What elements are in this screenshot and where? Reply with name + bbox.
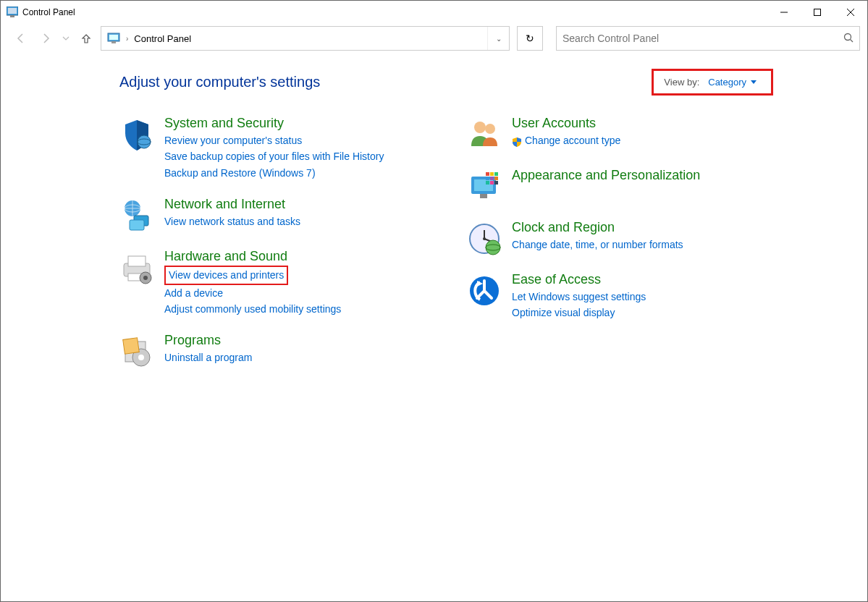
window-title: Control Panel (22, 7, 75, 17)
svg-rect-35 (486, 177, 489, 180)
uac-shield-icon (512, 135, 522, 145)
svg-point-22 (143, 276, 148, 280)
search-icon (843, 33, 854, 45)
category-link[interactable]: Adjust commonly used mobility settings (164, 301, 341, 317)
svg-point-12 (138, 135, 151, 148)
address-bar[interactable]: › Control Panel ⌄ (101, 26, 510, 51)
svg-point-10 (845, 33, 851, 40)
breadcrumb[interactable]: Control Panel (134, 33, 191, 44)
svg-point-27 (474, 122, 486, 133)
svg-rect-40 (494, 181, 498, 185)
svg-rect-38 (486, 181, 489, 185)
svg-rect-32 (486, 172, 489, 176)
category-title[interactable]: Network and Internet (164, 197, 300, 212)
printer-icon (119, 250, 154, 285)
chevron-down-icon (751, 80, 757, 84)
recent-dropdown[interactable] (60, 28, 72, 48)
back-button[interactable] (11, 28, 31, 48)
maximize-button[interactable] (801, 1, 834, 24)
users-icon (467, 117, 502, 152)
category-title[interactable]: Programs (164, 333, 252, 348)
svg-point-28 (485, 124, 495, 134)
page-title: Adjust your computer's settings (119, 74, 320, 90)
search-box[interactable] (556, 26, 860, 51)
category-title[interactable]: Hardware and Sound (164, 249, 341, 264)
svg-rect-17 (130, 220, 144, 230)
category-title[interactable]: System and Security (164, 116, 384, 131)
category-title[interactable]: Ease of Access (512, 272, 646, 287)
forward-button[interactable] (35, 28, 56, 48)
category-hardware-sound: Hardware and Sound View devices and prin… (119, 249, 409, 317)
category-title[interactable]: User Accounts (512, 116, 620, 131)
category-link[interactable]: View devices and printers (169, 267, 284, 283)
clock-icon (467, 221, 502, 256)
close-button[interactable] (834, 1, 867, 24)
svg-rect-34 (494, 172, 498, 176)
svg-point-25 (138, 355, 144, 360)
svg-rect-33 (490, 172, 494, 176)
view-by-highlight: View by: Category (652, 69, 773, 96)
svg-rect-19 (128, 256, 146, 266)
category-link[interactable]: Add a device (164, 285, 341, 301)
titlebar: Control Panel (1, 1, 867, 24)
left-column: System and Security Review your computer… (119, 116, 409, 369)
category-title[interactable]: Appearance and Personalization (512, 168, 700, 183)
svg-rect-31 (480, 194, 487, 198)
category-clock-region: Clock and Region Change date, time, or n… (467, 220, 757, 256)
category-link[interactable]: Backup and Restore (Windows 7) (164, 165, 384, 181)
control-panel-icon (107, 32, 120, 45)
category-link[interactable]: View network status and tasks (164, 213, 300, 229)
address-row: › Control Panel ⌄ ↻ (1, 24, 867, 53)
svg-rect-36 (490, 177, 494, 180)
shield-icon (119, 117, 154, 152)
category-link[interactable]: Let Windows suggest settings (512, 289, 646, 305)
svg-rect-1 (8, 8, 17, 14)
svg-rect-26 (123, 338, 140, 355)
highlight-box: View devices and printers (164, 266, 288, 284)
category-network-internet: Network and Internet View network status… (119, 197, 409, 233)
refresh-button[interactable]: ↻ (517, 26, 543, 51)
ease-of-access-icon (467, 274, 502, 308)
view-by-dropdown[interactable]: Category (708, 77, 757, 88)
appearance-icon (467, 169, 502, 204)
category-link[interactable]: Review your computer's status (164, 132, 384, 148)
category-link[interactable]: Change date, time, or number formats (512, 237, 683, 253)
category-ease-of-access: Ease of Access Let Windows suggest setti… (467, 272, 757, 321)
category-appearance: Appearance and Personalization (467, 168, 757, 204)
category-link[interactable]: Change account type (512, 132, 620, 148)
svg-rect-37 (494, 177, 498, 180)
category-system-security: System and Security Review your computer… (119, 116, 409, 181)
category-link[interactable]: Optimize visual display (512, 305, 646, 321)
svg-rect-9 (111, 41, 116, 43)
programs-icon (119, 334, 154, 369)
category-user-accounts: User Accounts Change account type (467, 116, 757, 152)
svg-rect-8 (109, 35, 118, 40)
svg-rect-39 (490, 181, 494, 185)
svg-rect-4 (814, 9, 821, 16)
svg-rect-2 (10, 15, 14, 17)
control-panel-icon (7, 7, 18, 18)
content-area: Adjust your computer's settings View by:… (1, 53, 867, 369)
right-column: User Accounts Change account type Appear… (467, 116, 757, 369)
category-link[interactable]: Uninstall a program (164, 349, 252, 365)
svg-line-11 (851, 39, 854, 42)
category-link[interactable]: Save backup copies of your files with Fi… (164, 148, 384, 164)
network-icon (119, 198, 154, 233)
search-input[interactable] (562, 33, 843, 44)
address-dropdown[interactable]: ⌄ (487, 27, 509, 50)
minimize-button[interactable] (767, 1, 801, 24)
chevron-right-icon: › (126, 35, 128, 43)
category-programs: Programs Uninstall a program (119, 333, 409, 369)
up-button[interactable] (76, 28, 96, 48)
category-title[interactable]: Clock and Region (512, 220, 683, 235)
svg-point-45 (486, 240, 500, 255)
view-by-label: View by: (664, 77, 699, 88)
